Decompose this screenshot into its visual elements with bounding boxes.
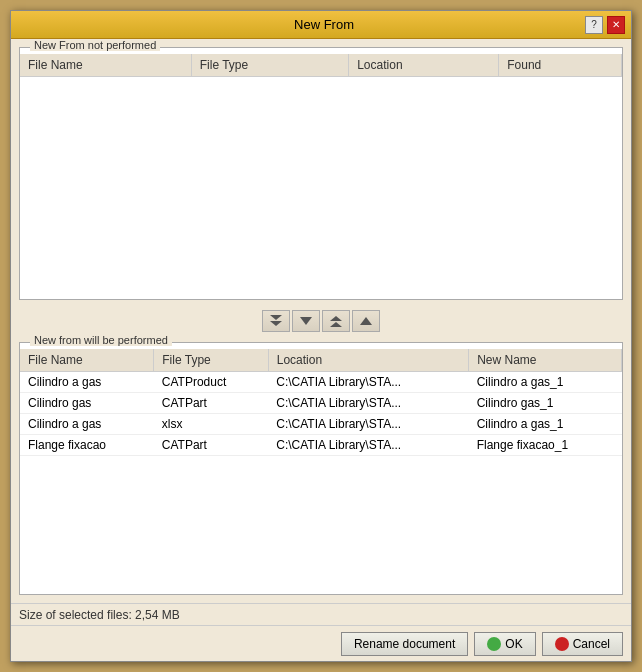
bottom-section: New from will be performed File Name Fil…: [19, 342, 623, 595]
svg-marker-5: [360, 317, 372, 325]
top-section: New From not performed File Name File Ty…: [19, 47, 623, 300]
ok-button[interactable]: OK: [474, 632, 535, 656]
dialog-window: New From ? ✕ New From not performed File…: [10, 10, 632, 662]
cell-location: C:\CATIA Library\STA...: [268, 414, 468, 435]
cell-file_name: Cilindro gas: [20, 393, 154, 414]
svg-marker-0: [270, 315, 282, 320]
help-button[interactable]: ?: [585, 16, 603, 34]
move-down-button[interactable]: [292, 310, 320, 332]
top-col-filetype: File Type: [191, 54, 348, 77]
dialog-title: New From: [63, 17, 585, 32]
bottom-col-location: Location: [268, 349, 468, 372]
table-row[interactable]: Flange fixacaoCATPartC:\CATIA Library\ST…: [20, 435, 622, 456]
ok-icon: [487, 637, 501, 651]
top-col-found: Found: [499, 54, 622, 77]
status-bar: Size of selected files: 2,54 MB: [11, 603, 631, 625]
bottom-table-header-row: File Name File Type Location New Name: [20, 349, 622, 372]
svg-marker-2: [300, 317, 312, 325]
svg-marker-4: [330, 316, 342, 321]
cell-file_type: CATPart: [154, 393, 268, 414]
cell-file_name: Flange fixacao: [20, 435, 154, 456]
single-up-icon: [358, 313, 374, 329]
top-col-location: Location: [349, 54, 499, 77]
single-down-icon: [298, 313, 314, 329]
cell-location: C:\CATIA Library\STA...: [268, 372, 468, 393]
table-row[interactable]: Cilindro gasCATPartC:\CATIA Library\STA.…: [20, 393, 622, 414]
footer-buttons: Rename document OK Cancel: [11, 625, 631, 661]
bottom-table: File Name File Type Location New Name Ci…: [20, 349, 622, 456]
svg-marker-1: [270, 321, 282, 326]
title-bar: New From ? ✕: [11, 11, 631, 39]
bottom-section-inner: File Name File Type Location New Name Ci…: [20, 343, 622, 594]
bottom-col-newname: New Name: [469, 349, 622, 372]
cell-file_name: Cilindro a gas: [20, 372, 154, 393]
status-text: Size of selected files: 2,54 MB: [19, 608, 180, 622]
rename-document-button[interactable]: Rename document: [341, 632, 468, 656]
title-bar-buttons: ? ✕: [585, 16, 625, 34]
cell-new_name: Cilindro a gas_1: [469, 372, 622, 393]
bottom-col-filename: File Name: [20, 349, 154, 372]
bottom-table-wrapper[interactable]: File Name File Type Location New Name Ci…: [20, 349, 622, 594]
dialog-body: New From not performed File Name File Ty…: [11, 39, 631, 603]
table-row[interactable]: Cilindro a gasxlsxC:\CATIA Library\STA..…: [20, 414, 622, 435]
ok-label: OK: [505, 637, 522, 651]
table-row[interactable]: Cilindro a gasCATProductC:\CATIA Library…: [20, 372, 622, 393]
cell-file_type: CATProduct: [154, 372, 268, 393]
top-table-wrapper[interactable]: File Name File Type Location Found: [20, 54, 622, 299]
bottom-col-filetype: File Type: [154, 349, 268, 372]
cancel-button[interactable]: Cancel: [542, 632, 623, 656]
cancel-label: Cancel: [573, 637, 610, 651]
cell-new_name: Cilindro a gas_1: [469, 414, 622, 435]
top-table: File Name File Type Location Found: [20, 54, 622, 77]
cell-location: C:\CATIA Library\STA...: [268, 393, 468, 414]
top-table-header-row: File Name File Type Location Found: [20, 54, 622, 77]
close-button[interactable]: ✕: [607, 16, 625, 34]
cell-new_name: Cilindro gas_1: [469, 393, 622, 414]
double-up-icon: [328, 313, 344, 329]
bottom-section-title: New from will be performed: [30, 334, 172, 346]
move-up-button[interactable]: [352, 310, 380, 332]
cell-file_type: xlsx: [154, 414, 268, 435]
cell-new_name: Flange fixacao_1: [469, 435, 622, 456]
top-section-title: New From not performed: [30, 39, 160, 51]
double-down-icon: [268, 313, 284, 329]
svg-marker-3: [330, 322, 342, 327]
move-all-down-button[interactable]: [262, 310, 290, 332]
top-col-filename: File Name: [20, 54, 191, 77]
cancel-icon: [555, 637, 569, 651]
cell-file_type: CATPart: [154, 435, 268, 456]
nav-buttons-row: [19, 306, 623, 336]
move-all-up-button[interactable]: [322, 310, 350, 332]
cell-location: C:\CATIA Library\STA...: [268, 435, 468, 456]
top-section-inner: File Name File Type Location Found: [20, 48, 622, 299]
cell-file_name: Cilindro a gas: [20, 414, 154, 435]
